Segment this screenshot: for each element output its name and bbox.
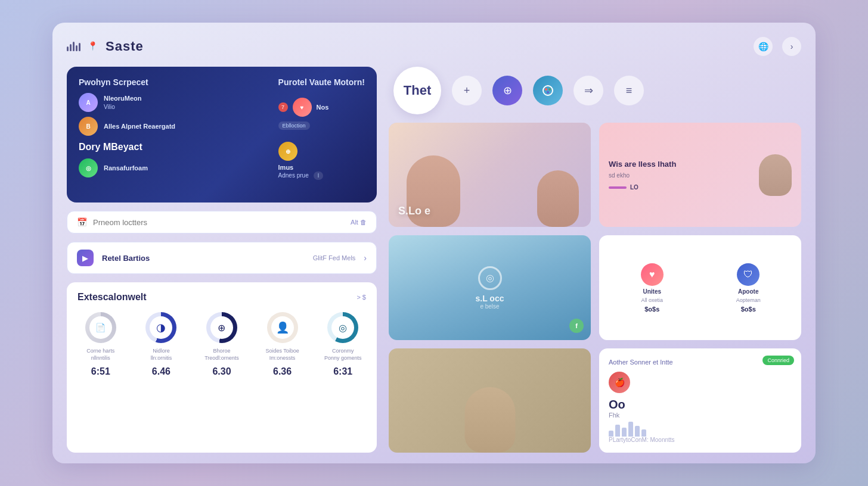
stat-label-3: Soides ToiboeIm:onessts: [265, 348, 299, 362]
stat-label-4: CoronmyPonny goments: [324, 348, 362, 362]
col1: Pwohyn Scrpecet A NleoruMeon Vilio B All: [79, 77, 175, 182]
stat-icon-wrap-3: 👤: [267, 312, 298, 343]
app-price-0: $o$s: [644, 306, 659, 313]
stat-value-3: 6.36: [273, 366, 292, 377]
pin-icon: 📍: [88, 41, 98, 52]
action-arrow[interactable]: ›: [364, 253, 367, 263]
app-sub-0: All oxetia: [641, 297, 663, 303]
data-card-header: Pwohyn Scrpecet A NleoruMeon Vilio B All: [79, 77, 365, 182]
photo-card-1: S.Lo e: [389, 123, 591, 227]
app-sub-1: Aopteman: [736, 297, 761, 303]
bar-2: [615, 425, 620, 437]
info-main: Oo: [609, 398, 792, 412]
app-name-1: Apoote: [738, 288, 758, 295]
col2-row-2: Eblloction: [278, 122, 365, 130]
mini-chart: [609, 419, 792, 437]
action-bar[interactable]: ▶ Retel Bartios GlitF Fed Mels ›: [67, 242, 377, 274]
bar-5: [635, 426, 640, 437]
data-text-3: Ransafurfoam: [104, 164, 148, 172]
promo-content: Wis are lless lhath sd ekho LO: [609, 159, 676, 191]
stat-icon-inner-0: 📄: [89, 316, 112, 339]
info-sub: Fhk: [609, 412, 792, 419]
stats-grid: 📄 Corne hartsnllnntilis 6:51 ◑ Nidlorell…: [78, 312, 366, 377]
action-circle-teal[interactable]: [533, 76, 563, 105]
main-container: 📍 Saste 🌐 › Pwohyn Scrpecet A NleoruMeon: [52, 23, 816, 463]
stat-item-2: ⊕ BhoroeTreodl:ornents 6.30: [199, 312, 245, 377]
stat-icon-inner-3: 👤: [271, 316, 294, 339]
stat-icon-wrap-4: ◎: [327, 312, 358, 343]
promo-sub2: LO: [630, 184, 638, 191]
svg-point-0: [543, 86, 553, 95]
data-row-1: A NleoruMeon Vilio: [79, 93, 175, 112]
avatar-3: ◎: [79, 158, 98, 177]
app-price-1: $o$s: [741, 306, 756, 313]
promo-text: Wis are lless lhath: [609, 159, 676, 170]
bar-3: [622, 428, 627, 437]
svg-point-3: [547, 91, 549, 94]
wave-label: s.L occ: [476, 294, 504, 303]
stat-icon-inner-2: ⊕: [210, 316, 233, 339]
palette-icon: [541, 84, 554, 97]
stats-header: Extescalonwelt > $: [78, 292, 366, 303]
app-icon-1: 🛡: [737, 263, 760, 286]
stat-item-0: 📄 Corne hartsnllnntilis 6:51: [78, 312, 124, 377]
search-input[interactable]: [93, 218, 345, 227]
promo-card: Wis are lless lhath sd ekho LO: [599, 123, 801, 227]
stat-icon-wrap-0: 📄: [85, 312, 116, 343]
info-bottom: PLartytoConM: Moonntts: [609, 437, 792, 443]
action-circle-plus[interactable]: +: [452, 76, 482, 105]
face-bottom: [464, 387, 515, 453]
col2-bottom: ⊕ lmusAdnes prue l: [278, 142, 365, 180]
photo-bottom-card: [389, 348, 591, 453]
data-card: Pwohyn Scrpecet A NleoruMeon Vilio B All: [67, 67, 377, 202]
stat-label-2: BhoroeTreodl:ornents: [204, 348, 239, 362]
tag-l: l: [314, 172, 323, 180]
data-row-2: B Alles Alpnet Reaergatd: [79, 117, 175, 136]
wave-card: ◎ s.L occ e belse f: [389, 235, 591, 339]
wave-overlay: ◎ s.L occ e belse: [389, 235, 591, 339]
wave-sublabel: e belse: [480, 303, 499, 310]
right-cards-grid: S.Lo e Wis are lless lhath sd ekho LO: [389, 123, 801, 453]
col2-avatar-1: ♥: [293, 98, 312, 117]
bar-1: [609, 431, 613, 437]
stats-card: Extescalonwelt > $ 📄 Corne hartsnllnntil…: [67, 282, 377, 453]
right-panel: Thet + ⊕ ⇒ ≡: [389, 67, 801, 453]
globe-icon-btn[interactable]: 🌐: [754, 37, 773, 56]
app-title: Saste: [106, 39, 144, 54]
app-name-0: Unites: [643, 288, 661, 295]
action-label: Retel Bartios: [102, 254, 305, 263]
avatar-2: B: [79, 117, 98, 136]
svg-point-2: [548, 88, 551, 91]
photo-bottom-inner: [389, 348, 591, 453]
num-badge-7: 7: [278, 102, 288, 112]
left-panel: Pwohyn Scrpecet A NleoruMeon Vilio B All: [67, 67, 377, 453]
stat-label-1: Nidlorelln:ornitis: [151, 348, 172, 362]
content-area: Pwohyn Scrpecet A NleoruMeon Vilio B All: [67, 67, 801, 453]
svg-point-1: [545, 88, 547, 91]
data-text-2: Alles Alpnet Reaergatd: [104, 122, 175, 130]
data-text-1: NleoruMeon Vilio: [104, 94, 142, 110]
stats-title: Extescalonwelt: [78, 292, 147, 303]
col2-title: Purotel Vaute Motorn!: [278, 77, 365, 87]
photo-overlay-text-1: S.Lo e: [398, 205, 430, 217]
header: 📍 Saste 🌐 ›: [67, 37, 801, 56]
nav-arrow-btn[interactable]: ›: [782, 37, 801, 56]
connected-badge: Connried: [762, 356, 794, 365]
stat-value-2: 6.30: [212, 366, 231, 377]
col1-subtitle: Dory MBeyact: [79, 142, 175, 152]
search-bar[interactable]: 📅 Alt 🗑: [67, 211, 377, 233]
top-icons-row: Thet + ⊕ ⇒ ≡: [389, 67, 801, 114]
action-circle-box[interactable]: ⊕: [492, 76, 522, 105]
thet-badge: Thet: [393, 67, 441, 114]
avatar-1: A: [79, 93, 98, 112]
apps-card: ♥ Unites All oxetia $o$s 🛡 Apoote Aoptem…: [599, 235, 801, 339]
stats-link[interactable]: > $: [356, 294, 366, 301]
action-circle-arrow[interactable]: ⇒: [574, 76, 603, 105]
col2-text-1: Nos: [317, 103, 329, 111]
search-action[interactable]: Alt 🗑: [351, 219, 367, 226]
action-circle-menu[interactable]: ≡: [614, 76, 644, 105]
app-icon-0: ♥: [641, 263, 664, 286]
stat-item-3: 👤 Soides ToiboeIm:onessts 6.36: [259, 312, 306, 377]
bar-6: [641, 429, 646, 437]
promo-subtext: sd ekho: [609, 170, 676, 180]
